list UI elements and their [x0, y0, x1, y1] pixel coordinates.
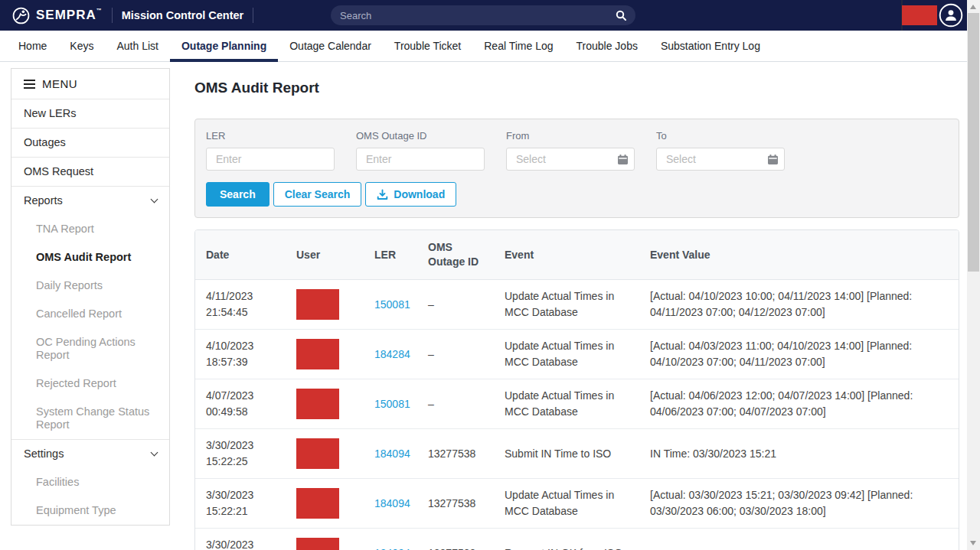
col-event: Event	[494, 230, 639, 280]
sidebar-item-equipment-type[interactable]: Equipment Type	[11, 496, 169, 525]
menu-toggle[interactable]: MENU	[11, 69, 169, 99]
redacted-user	[296, 538, 339, 550]
sidebar: MENU New LERsOutagesOMS RequestReportsTN…	[11, 68, 170, 526]
calendar-icon[interactable]	[768, 155, 778, 164]
cell-event: Update Actual Times in MCC Database	[494, 280, 639, 330]
tab-real-time-log[interactable]: Real Time Log	[472, 31, 564, 61]
search-icon[interactable]	[616, 10, 626, 21]
download-button[interactable]: Download	[365, 182, 456, 207]
page-title: OMS Audit Report	[194, 80, 959, 96]
sidebar-item-cancelled-report[interactable]: Cancelled Report	[11, 300, 169, 328]
redacted-user	[296, 389, 339, 419]
tab-auth-list[interactable]: Auth List	[105, 31, 169, 61]
cell-event-value: [Actual: 04/03/2023 11:00; 04/10/2023 14…	[639, 330, 959, 379]
audit-table-card: DateUserLEROMS Outage IDEventEvent Value…	[194, 229, 959, 550]
filter-field-oms-outage-id: OMS Outage ID	[356, 130, 485, 171]
cell-event: Update Actual Times in MCC Database	[494, 479, 639, 529]
sidebar-item-reports[interactable]: Reports	[11, 186, 169, 215]
calendar-icon[interactable]	[618, 155, 628, 164]
filter-field-from: From	[506, 130, 635, 171]
sidebar-item-facilities[interactable]: Facilities	[11, 468, 169, 496]
redacted-user	[296, 339, 339, 369]
sidebar-item-label: Rejected Report	[36, 377, 157, 390]
sidebar-item-settings[interactable]: Settings	[11, 439, 169, 468]
clear-search-button[interactable]: Clear Search	[273, 182, 362, 207]
sidebar-item-tna-report[interactable]: TNA Report	[11, 215, 169, 243]
sidebar-item-outages[interactable]: Outages	[11, 128, 169, 157]
tab-keys[interactable]: Keys	[58, 31, 105, 61]
cell-ler: 184284	[364, 330, 417, 379]
ler-link[interactable]: 150081	[374, 398, 410, 410]
ler-input[interactable]	[216, 153, 328, 165]
sidebar-item-label: Daily Reports	[36, 279, 157, 292]
table-row: 3/30/202315:22:2118409413277538Update Ac…	[195, 479, 959, 529]
date-value: 3/30/2023	[206, 487, 279, 503]
from-input[interactable]	[516, 153, 615, 165]
ler-link[interactable]: 184094	[374, 497, 410, 509]
header-divider	[253, 8, 253, 23]
main-panel: OMS Audit Report LEROMS Outage IDFromTo …	[194, 62, 959, 550]
global-search[interactable]	[331, 5, 635, 25]
tab-substation-entry-log[interactable]: Substation Entry Log	[649, 31, 772, 61]
tab-outage-calendar[interactable]: Outage Calendar	[278, 31, 383, 61]
to-input[interactable]	[666, 153, 765, 165]
cell-oms-outage-id: –	[417, 379, 494, 429]
cell-date: 3/30/202315:22:25	[195, 429, 286, 479]
sidebar-item-daily-reports[interactable]: Daily Reports	[11, 272, 169, 300]
ler-link[interactable]: 150081	[374, 298, 410, 311]
trademark-mark: ™	[96, 8, 103, 13]
table-row: 3/30/202315:22:0718409413277538Request I…	[195, 529, 959, 550]
cell-oms-outage-id: –	[417, 330, 494, 379]
vertical-scrollbar[interactable]	[967, 0, 980, 550]
sidebar-item-label: System Change Status Report	[36, 405, 157, 431]
sidebar-item-label: Cancelled Report	[36, 308, 157, 321]
tab-trouble-ticket[interactable]: Trouble Ticket	[383, 31, 472, 61]
table-row: 4/11/202321:54:45150081–Update Actual Ti…	[195, 280, 959, 330]
ler-link[interactable]: 184094	[374, 547, 410, 550]
sidebar-item-system-change-status-report[interactable]: System Change Status Report	[11, 398, 169, 439]
sidebar-item-label: OMS Request	[24, 165, 157, 178]
app-title: Mission Control Center	[122, 9, 244, 21]
cell-ler: 184094	[364, 479, 417, 529]
top-header-bar: SEMPRA™ Mission Control Center	[0, 0, 980, 31]
sidebar-item-oc-pending-actions-report[interactable]: OC Pending Actions Report	[11, 328, 169, 369]
time-value: 15:22:25	[206, 454, 279, 470]
nav-tabs: HomeKeysAuth ListOutage PlanningOutage C…	[0, 31, 980, 62]
cell-user	[286, 280, 364, 330]
cell-date: 4/07/202300:49:58	[195, 379, 286, 429]
ler-input-box	[206, 148, 335, 171]
search-button-label: Search	[220, 188, 256, 200]
download-button-label: Download	[394, 188, 445, 200]
scroll-up-arrow[interactable]	[970, 5, 976, 9]
sidebar-item-label: OC Pending Actions Report	[36, 336, 157, 362]
cell-user	[286, 479, 364, 529]
filter-fields: LEROMS Outage IDFromTo	[206, 130, 948, 171]
sidebar-item-label: OMS Audit Report	[36, 251, 157, 264]
tab-trouble-jobs[interactable]: Trouble Jobs	[565, 31, 649, 61]
sidebar-item-rejected-report[interactable]: Rejected Report	[11, 369, 169, 398]
sidebar-item-oms-request[interactable]: OMS Request	[11, 157, 169, 186]
sidebar-item-oms-audit-report[interactable]: OMS Audit Report	[11, 243, 169, 272]
cell-date: 4/10/202318:57:39	[195, 330, 286, 379]
cell-event: Update Actual Times in MCC Database	[494, 330, 639, 379]
ler-link[interactable]: 184284	[374, 348, 410, 360]
tab-home[interactable]: Home	[7, 31, 58, 61]
cell-oms-outage-id: 13277538	[417, 529, 494, 550]
tab-outage-planning[interactable]: Outage Planning	[170, 31, 278, 61]
sidebar-item-label: Outages	[24, 136, 157, 149]
scroll-down-arrow[interactable]	[970, 541, 976, 545]
scrollbar-thumb[interactable]	[968, 13, 979, 272]
ler-link[interactable]: 184094	[374, 447, 410, 460]
to-input-box	[656, 148, 785, 171]
cell-event: Request IN OK from ISO	[494, 529, 639, 550]
oms-outage-id-input[interactable]	[366, 153, 478, 165]
field-label: LER	[206, 130, 335, 142]
global-search-input[interactable]	[340, 10, 616, 21]
brand-name: SEMPRA™	[36, 8, 103, 23]
search-button[interactable]: Search	[206, 182, 270, 207]
sidebar-item-new-lers[interactable]: New LERs	[11, 99, 169, 128]
table-header-row: DateUserLEROMS Outage IDEventEvent Value	[195, 230, 959, 280]
cell-date: 3/30/202315:22:21	[195, 479, 286, 529]
cell-user	[286, 529, 364, 550]
user-avatar[interactable]	[939, 3, 963, 28]
